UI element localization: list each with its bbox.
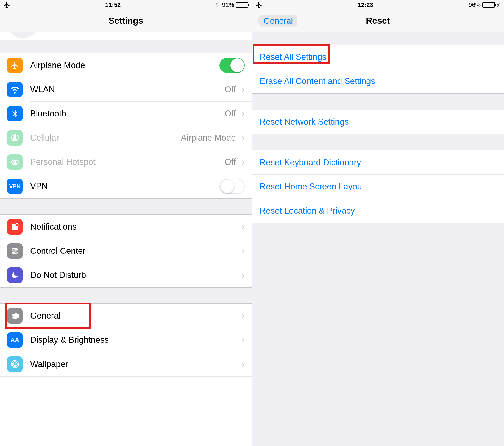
fill bbox=[252, 223, 504, 446]
nav-title: Reset bbox=[366, 16, 390, 26]
chevron-right-icon: › bbox=[241, 245, 245, 257]
row-label: VPN bbox=[30, 181, 219, 191]
row-label: Bluetooth bbox=[30, 109, 225, 119]
airplane-icon bbox=[7, 58, 23, 73]
chevron-right-icon: › bbox=[241, 334, 245, 346]
row-value: Airplane Mode bbox=[181, 133, 236, 143]
gear-icon bbox=[7, 308, 23, 324]
row-label: Airplane Mode bbox=[30, 60, 219, 70]
settings-group-alerts: Notifications › Control Center › Do Not … bbox=[0, 215, 252, 287]
link-reset-keyboard[interactable]: Reset Keyboard Dictionary bbox=[252, 150, 504, 175]
row-label: Control Center bbox=[30, 246, 240, 256]
row-label: Cellular bbox=[30, 133, 181, 143]
status-bar: 12:23 96% ⚡︎ bbox=[252, 0, 504, 10]
vpn-icon: VPN bbox=[7, 179, 23, 194]
group-separator bbox=[252, 134, 504, 150]
bluetooth-icon bbox=[7, 106, 23, 121]
link-reset-network[interactable]: Reset Network Settings bbox=[252, 110, 504, 134]
notifications-icon bbox=[7, 219, 23, 235]
group-separator bbox=[0, 287, 252, 304]
link-label: Reset Keyboard Dictionary bbox=[260, 158, 361, 168]
chevron-right-icon: › bbox=[241, 156, 245, 168]
row-personal-hotspot[interactable]: Personal Hotspot Off › bbox=[0, 150, 252, 174]
reset-group-1: Reset All Settings Erase All Content and… bbox=[252, 45, 504, 93]
row-wlan[interactable]: WLAN Off › bbox=[0, 77, 252, 102]
hotspot-icon bbox=[7, 154, 23, 170]
battery-percent: 91% bbox=[222, 1, 234, 9]
svg-point-9 bbox=[12, 362, 17, 367]
link-reset-home[interactable]: Reset Home Screen Layout bbox=[252, 175, 504, 199]
nav-bar: General Reset bbox=[252, 10, 504, 32]
chevron-right-icon: › bbox=[241, 84, 245, 95]
row-label: General bbox=[30, 311, 240, 321]
moon-icon bbox=[7, 267, 23, 283]
reset-group-3: Reset Keyboard Dictionary Reset Home Scr… bbox=[252, 150, 504, 223]
vpn-toggle[interactable] bbox=[219, 179, 245, 194]
profile-row-partial[interactable] bbox=[0, 32, 252, 40]
wallpaper-icon bbox=[7, 356, 23, 372]
row-value: Off bbox=[225, 109, 236, 119]
row-value: Off bbox=[225, 157, 236, 167]
svg-rect-4 bbox=[12, 248, 18, 251]
svg-point-7 bbox=[15, 252, 17, 253]
row-bluetooth[interactable]: Bluetooth Off › bbox=[0, 102, 252, 126]
svg-point-8 bbox=[14, 363, 16, 366]
settings-group-network: Airplane Mode WLAN Off › Bluetooth Off ›… bbox=[0, 53, 252, 198]
row-control-center[interactable]: Control Center › bbox=[0, 239, 252, 263]
row-notifications[interactable]: Notifications › bbox=[0, 215, 252, 239]
back-button[interactable]: General bbox=[257, 15, 297, 27]
svg-point-3 bbox=[15, 223, 18, 226]
link-reset-all-settings[interactable]: Reset All Settings bbox=[252, 45, 504, 69]
chevron-right-icon: › bbox=[241, 310, 245, 322]
link-label: Reset Home Screen Layout bbox=[260, 182, 364, 192]
fill bbox=[0, 376, 252, 446]
nav-title: Settings bbox=[108, 16, 143, 26]
airplane-status-icon bbox=[255, 1, 263, 9]
row-label: Display & Brightness bbox=[30, 335, 240, 345]
row-cellular[interactable]: Cellular Airplane Mode › bbox=[0, 126, 252, 150]
row-label: Wallpaper bbox=[30, 359, 240, 369]
nav-bar: Settings bbox=[0, 10, 252, 32]
row-general[interactable]: General › bbox=[0, 304, 252, 328]
reset-screen: 12:23 96% ⚡︎ General Reset Reset All Set… bbox=[252, 0, 504, 446]
airplane-toggle[interactable] bbox=[219, 58, 245, 73]
status-time: 11:52 bbox=[105, 1, 121, 9]
status-time: 12:23 bbox=[358, 1, 373, 9]
chevron-right-icon: › bbox=[241, 358, 245, 370]
row-label: Do Not Disturb bbox=[30, 270, 240, 280]
chevron-right-icon: › bbox=[241, 108, 245, 119]
settings-screen: 11:52 ☾ 91% Settings Airplane Mode WLAN … bbox=[0, 0, 252, 446]
back-label: General bbox=[264, 16, 293, 26]
dnd-moon-icon: ☾ bbox=[215, 2, 220, 8]
airplane-status-icon bbox=[3, 1, 10, 9]
reset-group-2: Reset Network Settings bbox=[252, 110, 504, 134]
group-separator bbox=[0, 198, 252, 215]
wifi-icon bbox=[7, 82, 23, 97]
svg-point-6 bbox=[13, 249, 15, 250]
control-center-icon bbox=[7, 243, 23, 259]
row-label: WLAN bbox=[30, 85, 225, 94]
battery-icon bbox=[482, 2, 495, 8]
display-icon: AA bbox=[7, 332, 23, 348]
charging-bolt-icon: ⚡︎ bbox=[497, 2, 500, 8]
cellular-icon bbox=[7, 130, 23, 146]
row-display-brightness[interactable]: AA Display & Brightness › bbox=[0, 328, 252, 352]
row-label: Personal Hotspot bbox=[30, 157, 225, 167]
link-reset-location[interactable]: Reset Location & Privacy bbox=[252, 199, 504, 223]
row-label: Notifications bbox=[30, 222, 240, 232]
row-vpn[interactable]: VPN VPN bbox=[0, 174, 252, 198]
chevron-right-icon: › bbox=[241, 132, 245, 144]
row-do-not-disturb[interactable]: Do Not Disturb › bbox=[0, 263, 252, 287]
battery-icon bbox=[236, 2, 248, 8]
row-wallpaper[interactable]: Wallpaper › bbox=[0, 352, 252, 376]
chevron-right-icon: › bbox=[241, 269, 245, 281]
link-label: Reset Network Settings bbox=[260, 117, 349, 127]
link-erase-all[interactable]: Erase All Content and Settings bbox=[252, 69, 504, 93]
group-separator bbox=[0, 40, 252, 53]
svg-rect-5 bbox=[12, 251, 18, 254]
group-separator bbox=[252, 32, 504, 45]
battery-percent: 96% bbox=[469, 1, 481, 9]
link-label: Reset Location & Privacy bbox=[260, 206, 355, 216]
row-airplane-mode[interactable]: Airplane Mode bbox=[0, 53, 252, 77]
link-label: Reset All Settings bbox=[260, 52, 327, 62]
